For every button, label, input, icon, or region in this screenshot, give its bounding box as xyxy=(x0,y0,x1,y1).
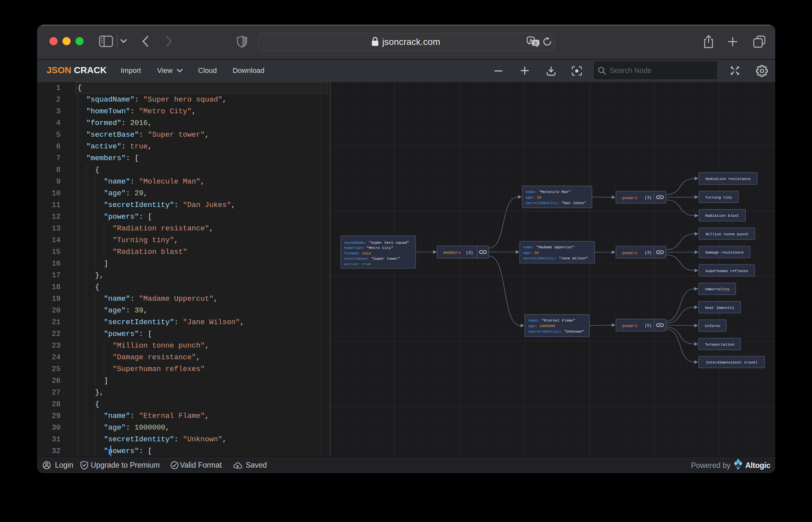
svg-text:Inferno: Inferno xyxy=(704,324,720,328)
svg-text:文: 文 xyxy=(534,41,538,46)
svg-text:(3): (3) xyxy=(644,250,652,255)
svg-text:Immortality: Immortality xyxy=(705,287,729,291)
svg-text:powers: powers xyxy=(622,323,637,328)
svg-text:(3): (3) xyxy=(644,196,652,200)
svg-text:secretIdentity: "Jane Wilson": secretIdentity: "Jane Wilson" xyxy=(523,256,588,260)
svg-text:Turning tiny: Turning tiny xyxy=(705,195,732,199)
svg-text:homeTown: "Metro City": homeTown: "Metro City" xyxy=(344,246,393,250)
svg-text:(5): (5) xyxy=(644,323,652,328)
svg-text:secretBase: "Super tower": secretBase: "Super tower" xyxy=(344,257,400,261)
svg-text:(3): (3) xyxy=(466,250,473,255)
svg-text:powers: powers xyxy=(622,250,637,255)
svg-text:Heat Immunity: Heat Immunity xyxy=(705,305,734,309)
svg-text:active: true: active: true xyxy=(344,262,371,266)
svg-text:age: 29: age: 29 xyxy=(525,195,541,199)
svg-text:Teleportation: Teleportation xyxy=(705,342,734,346)
svg-text:secretIdentity: "Dan Jukes": secretIdentity: "Dan Jukes" xyxy=(525,200,586,205)
svg-text:name: "Molecule Man": name: "Molecule Man" xyxy=(525,189,570,194)
svg-text:formed: 2016: formed: 2016 xyxy=(344,251,371,255)
svg-text:powers: powers xyxy=(622,195,637,200)
svg-text:members: members xyxy=(443,250,461,255)
svg-text:name: "Eternal Flame": name: "Eternal Flame" xyxy=(528,318,575,322)
svg-text:Radiation resistance: Radiation resistance xyxy=(705,177,750,181)
svg-text:secretIdentity: "Unknown": secretIdentity: "Unknown" xyxy=(528,329,584,333)
svg-text:Damage resistance: Damage resistance xyxy=(705,250,743,255)
svg-text:name: "Madame Uppercut": name: "Madame Uppercut" xyxy=(523,245,575,249)
svg-text:age: 39: age: 39 xyxy=(523,250,538,255)
svg-text:age: 1000000: age: 1000000 xyxy=(528,323,555,328)
svg-text:Radiation blast: Radiation blast xyxy=(705,214,739,218)
svg-text:Interdimensional travel: Interdimensional travel xyxy=(706,360,757,364)
svg-text:Superhuman reflexes: Superhuman reflexes xyxy=(705,268,748,273)
svg-text:squadName: "Super hero squad": squadName: "Super hero squad" xyxy=(344,240,409,244)
svg-text:Million tonne punch: Million tonne punch xyxy=(705,232,748,236)
